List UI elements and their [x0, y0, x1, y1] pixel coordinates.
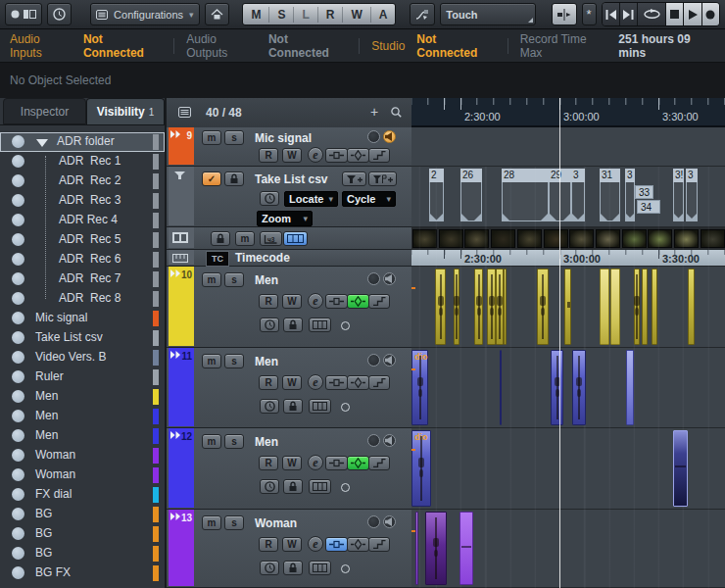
visibility-row[interactable]: BG [0, 544, 165, 564]
track-collapse-icon[interactable] [170, 351, 181, 359]
add-cycle-marker-button[interactable] [342, 172, 366, 186]
cycle-marker[interactable]: 3 [625, 169, 635, 221]
monitor-button[interactable] [383, 272, 396, 285]
solo-button[interactable]: s [224, 354, 244, 368]
channel-m-button[interactable]: M [243, 7, 269, 23]
automation-step-button[interactable] [368, 375, 390, 390]
track-header-marker[interactable]: ✓Take List csvLocate▾Cycle▾Zoom▾ [167, 167, 411, 227]
visibility-dot[interactable] [12, 390, 24, 403]
mute-button[interactable]: m [235, 231, 255, 246]
show-lanes-button[interactable] [309, 318, 331, 332]
record-enable-button[interactable] [367, 515, 380, 528]
audio-event[interactable] [459, 512, 473, 585]
monitor-button[interactable] [383, 515, 396, 528]
lane-marker-track[interactable]: 226282933133!33334 [411, 167, 725, 227]
cycle-marker[interactable]: 3 [571, 169, 585, 221]
status-label[interactable]: Audio Outputs [186, 32, 257, 60]
time-display-button[interactable] [47, 3, 72, 25]
visibility-row[interactable]: Woman [0, 446, 165, 466]
locate-dropdown[interactable]: Locate▾ [284, 191, 338, 207]
cycle-marker[interactable]: 2 [429, 169, 444, 221]
track-header-ruler[interactable]: TCTimecode [167, 250, 411, 267]
channel-r-button[interactable]: R [318, 7, 344, 23]
write-automation-button[interactable]: W [282, 375, 302, 390]
visibility-dot[interactable] [12, 351, 24, 364]
status-value[interactable]: 251 hours 09 mins [618, 32, 715, 60]
monitor-button[interactable] [383, 130, 396, 143]
goto-previous-marker-button[interactable] [603, 3, 620, 25]
write-automation-button[interactable]: W [282, 294, 302, 309]
read-automation-button[interactable]: R [259, 456, 278, 470]
track-list-menu-button[interactable] [174, 103, 194, 121]
visibility-row[interactable]: BG [0, 524, 165, 544]
timecode-ruler[interactable]: 2:30:003:00:003:30:00 [411, 250, 725, 267]
track-collapse-icon[interactable] [170, 513, 181, 520]
lane-video-track[interactable] [411, 227, 725, 250]
automation-panel-button[interactable] [410, 3, 435, 25]
visibility-dot[interactable] [12, 312, 24, 324]
solo-button[interactable]: s [224, 434, 244, 449]
audio-event[interactable] [634, 269, 640, 345]
audio-event[interactable]: dio [411, 350, 428, 425]
audio-event[interactable] [626, 350, 634, 425]
record-button[interactable] [702, 3, 719, 25]
visibility-row[interactable]: Take List csv [0, 328, 165, 348]
add-track-button[interactable]: + [364, 103, 384, 121]
mute-button[interactable]: m [202, 434, 221, 449]
write-automation-button[interactable]: W [282, 537, 302, 552]
channel-a-button[interactable]: A [371, 7, 396, 23]
visibility-row[interactable]: ADR Rec 5 [0, 230, 165, 250]
visibility-row[interactable]: Video Vers. B [0, 348, 165, 368]
visibility-row[interactable]: Men [0, 426, 165, 446]
visibility-dot[interactable] [12, 370, 24, 383]
lane-t13[interactable] [411, 510, 725, 588]
audio-event[interactable] [642, 269, 648, 345]
time-domain-button[interactable] [260, 561, 279, 575]
channel-l-button[interactable]: L [294, 7, 317, 23]
visibility-row[interactable]: BG [0, 505, 165, 524]
visibility-dot[interactable] [12, 155, 24, 168]
visibility-dot[interactable] [12, 429, 24, 442]
visibility-dot[interactable] [12, 292, 24, 305]
channel-s-button[interactable]: S [269, 7, 294, 23]
activate-project-button[interactable] [5, 3, 42, 25]
audio-event[interactable] [415, 512, 418, 585]
insert-state-button[interactable] [325, 456, 348, 470]
record-enable-button[interactable] [367, 130, 380, 143]
goto-next-marker-button[interactable] [620, 3, 638, 25]
audio-event[interactable] [537, 269, 549, 345]
visibility-row[interactable]: ADR Rec 6 [0, 250, 165, 270]
lock-track-button[interactable] [224, 172, 244, 186]
edit-channel-button[interactable]: e [308, 536, 323, 552]
insert-state-button[interactable] [325, 537, 348, 552]
visibility-dot[interactable] [12, 547, 24, 560]
visibility-dot[interactable] [12, 174, 24, 187]
audio-event[interactable] [564, 269, 571, 345]
solo-button[interactable]: s [224, 272, 244, 287]
audio-event[interactable] [551, 350, 563, 425]
track-header-track-9[interactable]: 9msMic signalRWe [167, 127, 411, 167]
record-enable-button[interactable] [367, 272, 380, 285]
configurations-dropdown[interactable]: Configurations ▾ [90, 3, 199, 25]
visibility-dot[interactable] [12, 233, 24, 246]
folder-expand-icon[interactable] [36, 139, 48, 147]
show-lanes-button[interactable] [309, 561, 331, 575]
show-lanes-button[interactable] [309, 399, 331, 414]
track-header-track-13[interactable]: 13msWomanRWe [167, 510, 411, 588]
status-value[interactable]: Not Connected [83, 32, 162, 60]
visibility-dot[interactable] [12, 214, 24, 226]
channel-w-button[interactable]: W [343, 7, 370, 23]
cycle-marker-label[interactable]: 33 [635, 185, 653, 199]
visibility-dot[interactable] [12, 508, 24, 520]
monitor-button[interactable] [383, 354, 396, 367]
playhead-cursor[interactable] [559, 98, 560, 588]
status-label[interactable]: Audio Inputs [10, 32, 72, 60]
visibility-row[interactable]: ADR Rec 8 [0, 289, 165, 309]
lane-t12[interactable]: dio [411, 428, 725, 510]
visibility-dot[interactable] [12, 135, 24, 148]
track-header-track-10[interactable]: 10msMenRWe [167, 267, 411, 348]
edit-channel-button[interactable]: e [308, 374, 323, 390]
time-domain-button[interactable] [260, 318, 279, 332]
automation-step-button[interactable] [368, 456, 390, 470]
read-automation-button[interactable]: R [259, 148, 278, 163]
